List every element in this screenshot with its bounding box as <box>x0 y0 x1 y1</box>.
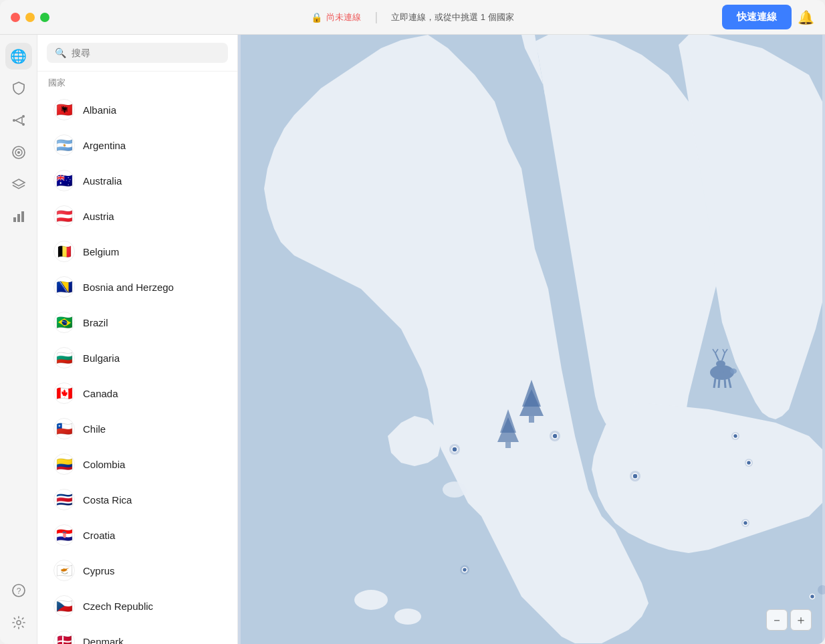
svg-line-52 <box>719 379 719 388</box>
country-name: Australia <box>83 175 122 187</box>
notification-bell-button[interactable]: 🔔 <box>798 9 814 25</box>
titlebar: 🔒 尚未連線 | 立即連線，或從中挑選 1 個國家 快速連線 🔔 <box>0 0 825 35</box>
maximize-button[interactable] <box>40 13 49 22</box>
country-flag: 🇨🇷 <box>53 489 75 510</box>
nav-item-settings[interactable] <box>5 609 32 636</box>
svg-point-0 <box>13 119 15 122</box>
layers-icon <box>11 177 26 192</box>
map-svg <box>238 35 825 644</box>
svg-line-51 <box>714 379 715 388</box>
svg-text:?: ? <box>16 586 21 596</box>
country-name: Croatia <box>83 530 115 541</box>
nav-item-help[interactable]: ? <box>5 577 32 604</box>
nav-item-shield[interactable] <box>5 75 32 102</box>
subtitle-text: 立即連線，或從中挑選 1 個國家 <box>391 11 513 23</box>
minimize-button[interactable] <box>25 13 35 22</box>
country-name: Cyprus <box>83 565 115 576</box>
svg-rect-38 <box>529 416 534 423</box>
divider: | <box>374 10 378 24</box>
svg-point-25 <box>632 473 638 479</box>
list-item[interactable]: 🇦🇺 Australia <box>43 163 232 198</box>
country-flag: 🇦🇷 <box>53 134 75 156</box>
country-name: Bulgaria <box>83 352 120 364</box>
country-flag: 🇨🇦 <box>53 383 75 404</box>
country-flag: 🇧🇪 <box>53 241 75 262</box>
svg-point-33 <box>463 568 467 572</box>
list-item[interactable]: 🇨🇦 Canada <box>43 376 232 411</box>
list-item[interactable]: 🇧🇬 Bulgaria <box>43 340 232 375</box>
shield-icon <box>11 81 26 96</box>
map-area: － ＋ <box>238 35 825 644</box>
lock-icon: 🔒 <box>311 12 322 23</box>
svg-rect-12 <box>21 211 24 222</box>
svg-point-35 <box>810 595 815 599</box>
nav-item-chart[interactable] <box>5 203 32 230</box>
connection-status: 🔒 尚未連線 <box>311 11 361 23</box>
list-item[interactable]: 🇦🇹 Austria <box>43 199 232 233</box>
country-name: Brazil <box>83 317 108 328</box>
country-list: 🇦🇱 Albania 🇦🇷 Argentina 🇦🇺 Australia 🇦🇹 … <box>37 92 237 644</box>
svg-point-44 <box>716 360 725 367</box>
country-panel: 🔍 國家 🇦🇱 Albania 🇦🇷 Argentina 🇦🇺 Australi… <box>37 35 238 644</box>
list-item[interactable]: 🇦🇷 Argentina <box>43 128 232 163</box>
country-name: Czech Republic <box>83 601 153 612</box>
country-name: Denmark <box>83 636 124 645</box>
country-flag: 🇦🇺 <box>53 170 75 191</box>
traffic-lights <box>11 13 49 22</box>
nav-item-layers[interactable] <box>5 171 32 198</box>
svg-point-31 <box>743 521 748 526</box>
country-flag: 🇦🇹 <box>53 205 75 227</box>
list-item[interactable]: 🇩🇰 Denmark <box>43 624 232 644</box>
titlebar-center: 🔒 尚未連線 | 立即連線，或從中挑選 1 個國家 <box>311 10 513 24</box>
list-item[interactable]: 🇧🇦 Bosnia and Herzego <box>43 270 232 304</box>
list-item[interactable]: 🇦🇱 Albania <box>43 92 232 127</box>
country-name: Canada <box>83 388 118 399</box>
nav-item-globe[interactable]: 🌐 <box>5 43 32 70</box>
svg-point-17 <box>354 590 388 610</box>
sidebar-nav: 🌐 <box>0 35 37 644</box>
search-box: 🔍 <box>37 35 237 72</box>
list-item[interactable]: 🇨🇱 Chile <box>43 411 232 446</box>
nav-item-target[interactable] <box>5 139 32 166</box>
country-name: Bosnia and Herzego <box>83 282 174 293</box>
country-flag: 🇦🇱 <box>53 99 75 120</box>
close-button[interactable] <box>11 13 20 22</box>
svg-point-23 <box>552 433 558 439</box>
list-item[interactable]: 🇨🇾 Cyprus <box>43 553 232 588</box>
search-icon: 🔍 <box>55 47 66 58</box>
country-flag: 🇧🇷 <box>53 312 75 333</box>
svg-point-21 <box>452 447 457 452</box>
list-item[interactable]: 🇨🇴 Colombia <box>43 447 232 481</box>
mesh-icon <box>11 113 26 128</box>
main-layout: 🌐 <box>0 35 825 644</box>
list-item[interactable]: 🇧🇷 Brazil <box>43 305 232 340</box>
list-item[interactable]: 🇨🇷 Costa Rica <box>43 482 232 517</box>
svg-rect-10 <box>13 217 16 222</box>
country-name: Colombia <box>83 459 125 470</box>
chart-icon <box>11 209 26 224</box>
country-flag: 🇧🇬 <box>53 347 75 368</box>
zoom-out-button[interactable]: － <box>766 609 788 631</box>
svg-rect-41 <box>505 442 511 448</box>
list-item[interactable]: 🇭🇷 Croatia <box>43 518 232 552</box>
list-item[interactable]: 🇧🇪 Belgium <box>43 234 232 269</box>
nav-item-mesh[interactable] <box>5 107 32 134</box>
country-flag: 🇨🇾 <box>53 560 75 581</box>
svg-point-19 <box>443 481 467 498</box>
target-icon <box>11 145 26 160</box>
zoom-in-button[interactable]: ＋ <box>790 609 812 631</box>
country-flag: 🇩🇰 <box>53 631 75 644</box>
nav-bottom: ? <box>5 577 32 636</box>
svg-point-27 <box>733 434 738 439</box>
country-flag: 🇧🇦 <box>53 276 75 298</box>
search-input[interactable] <box>72 47 220 58</box>
country-flag: 🇨🇱 <box>53 418 75 439</box>
quick-connect-button[interactable]: 快速連線 <box>722 5 792 29</box>
svg-point-8 <box>17 151 20 154</box>
section-label: 國家 <box>37 72 237 92</box>
country-name: Chile <box>83 423 106 435</box>
svg-point-55 <box>730 368 737 374</box>
list-item[interactable]: 🇨🇿 Czech Republic <box>43 588 232 623</box>
country-name: Belgium <box>83 246 119 257</box>
gear-icon <box>11 615 26 630</box>
